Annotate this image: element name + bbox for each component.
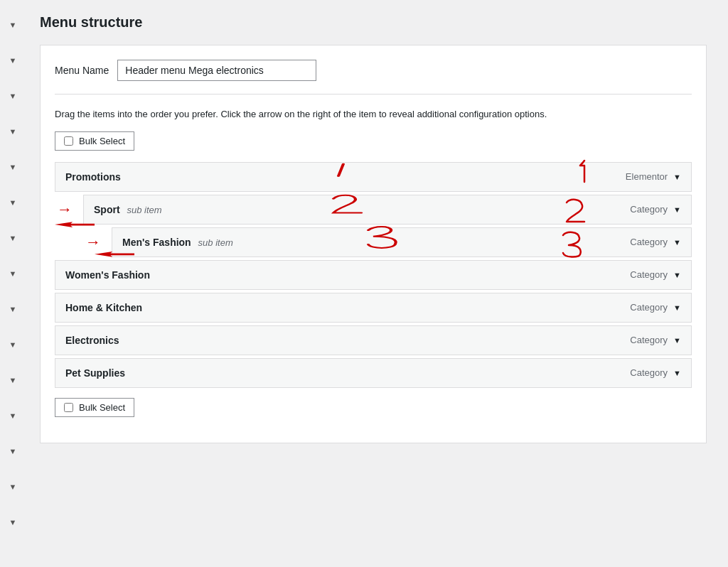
- sidebar-arrow-11[interactable]: ▼: [0, 362, 26, 398]
- main-content: Menu structure Menu Name Drag the items …: [26, 0, 728, 567]
- layout: ▼ ▼ ▼ ▼ ▼ ▼ ▼ ▼ ▼ ▼ ▼ ▼ ▼ ▼ ▼ Menu struc…: [0, 0, 728, 567]
- red-arrow-mens-fashion: →: [85, 233, 101, 252]
- instructions-text: Drag the items into the order you prefer…: [55, 107, 692, 122]
- menu-item-home-kitchen-type: Category: [630, 302, 668, 313]
- sidebar: ▼ ▼ ▼ ▼ ▼ ▼ ▼ ▼ ▼ ▼ ▼ ▼ ▼ ▼ ▼: [0, 0, 26, 567]
- menu-item-pet-supplies-dropdown[interactable]: ▼: [673, 369, 681, 377]
- menu-item-mens-fashion-dropdown[interactable]: ▼: [673, 238, 681, 247]
- sidebar-arrow-1[interactable]: ▼: [0, 7, 26, 43]
- menu-item-electronics-dropdown[interactable]: ▼: [673, 336, 681, 345]
- menu-item-mens-fashion: → Men's Fashion sub item Category ▼: [112, 227, 692, 257]
- menu-item-pet-supplies-type: Category: [630, 367, 668, 378]
- sidebar-arrow-2[interactable]: ▼: [0, 43, 26, 78]
- menu-item-electronics-type: Category: [630, 335, 668, 345]
- menu-name-row: Menu Name: [55, 60, 692, 94]
- menu-name-input[interactable]: [117, 60, 316, 81]
- menu-item-pet-supplies-name: Pet Supplies: [65, 367, 630, 379]
- menu-item-home-kitchen: Home & Kitchen Category ▼: [55, 293, 692, 323]
- menu-item-promotions-name: Promotions: [65, 171, 626, 183]
- bulk-select-top-label: Bulk Select: [79, 136, 125, 146]
- menu-item-electronics-name: Electronics: [65, 335, 630, 346]
- red-arrow-sport: →: [57, 200, 73, 219]
- menu-item-mens-fashion-name: Men's Fashion sub item: [122, 237, 630, 248]
- sidebar-arrow-4[interactable]: ▼: [0, 114, 26, 149]
- sidebar-arrow-10[interactable]: ▼: [0, 327, 26, 362]
- sidebar-arrow-9[interactable]: ▼: [0, 291, 26, 327]
- bulk-select-top-button[interactable]: Bulk Select: [55, 131, 134, 151]
- menu-item-womens-fashion-type: Category: [630, 269, 668, 280]
- menu-items-list: Promotions Elementor ▼ → Sport sub item: [55, 162, 692, 388]
- bulk-select-bottom-checkbox[interactable]: [64, 403, 73, 412]
- menu-item-womens-fashion-dropdown[interactable]: ▼: [673, 271, 681, 279]
- sidebar-arrow-5[interactable]: ▼: [0, 149, 26, 185]
- sidebar-arrow-7[interactable]: ▼: [0, 220, 26, 256]
- menu-panel: Menu Name Drag the items into the order …: [40, 45, 707, 443]
- menu-item-mens-fashion-type: Category: [630, 237, 668, 247]
- menu-item-womens-fashion-name: Women's Fashion: [65, 269, 630, 281]
- sidebar-arrow-13[interactable]: ▼: [0, 433, 26, 469]
- menu-item-home-kitchen-dropdown[interactable]: ▼: [673, 303, 681, 312]
- sidebar-arrow-3[interactable]: ▼: [0, 78, 26, 114]
- menu-item-sport-name: Sport sub item: [94, 204, 630, 215]
- menu-item-pet-supplies: Pet Supplies Category ▼: [55, 358, 692, 388]
- sidebar-arrow-14[interactable]: ▼: [0, 469, 26, 504]
- bulk-select-bottom-button[interactable]: Bulk Select: [55, 398, 134, 417]
- sidebar-arrow-15[interactable]: ▼: [0, 504, 26, 540]
- menu-item-mens-fashion-subtag: sub item: [198, 237, 233, 248]
- menu-item-promotions-dropdown[interactable]: ▼: [673, 173, 681, 181]
- menu-item-sport-subtag: sub item: [127, 205, 161, 215]
- menu-item-sport: → Sport sub item Category ▼: [83, 195, 692, 225]
- menu-item-promotions: Promotions Elementor ▼: [55, 162, 692, 192]
- sidebar-arrow-6[interactable]: ▼: [0, 185, 26, 220]
- menu-item-sport-type: Category: [630, 204, 668, 215]
- bulk-select-top-checkbox[interactable]: [64, 136, 73, 146]
- sidebar-arrow-12[interactable]: ▼: [0, 398, 26, 433]
- menu-name-label: Menu Name: [55, 65, 109, 76]
- menu-item-sport-dropdown[interactable]: ▼: [673, 205, 681, 214]
- sidebar-arrow-8[interactable]: ▼: [0, 256, 26, 291]
- page-title: Menu structure: [40, 14, 707, 31]
- menu-item-home-kitchen-name: Home & Kitchen: [65, 302, 630, 313]
- menu-item-promotions-type: Elementor: [626, 171, 668, 182]
- bulk-select-bottom-label: Bulk Select: [79, 402, 125, 413]
- menu-item-womens-fashion: Women's Fashion Category ▼: [55, 260, 692, 290]
- menu-item-electronics: Electronics Category ▼: [55, 325, 692, 355]
